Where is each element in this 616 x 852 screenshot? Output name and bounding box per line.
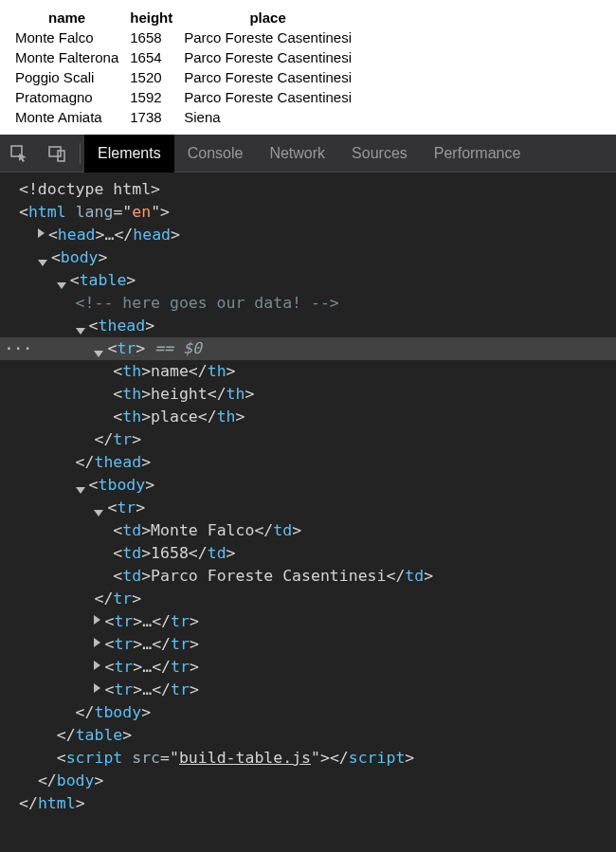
- table-cell: 1738: [124, 107, 178, 127]
- tab-console[interactable]: Console: [174, 135, 257, 172]
- table-row: Pratomagno1592Parco Foreste Casentinesi: [9, 87, 357, 107]
- src-tr-collapsed[interactable]: <tr>…</tr>: [0, 656, 616, 679]
- table-cell: Poggio Scali: [9, 67, 124, 87]
- table-cell: Pratomagno: [9, 87, 124, 107]
- src-tbody-close[interactable]: </tbody>: [0, 701, 616, 724]
- table-cell: Monte Falco: [9, 27, 124, 47]
- expand-arrow-icon[interactable]: [94, 683, 100, 693]
- src-script[interactable]: <script src="build-table.js"></script>: [0, 747, 616, 770]
- table-row: Poggio Scali1520Parco Foreste Casentines…: [9, 67, 357, 87]
- src-html-open[interactable]: <html lang="en">: [0, 201, 616, 224]
- table-cell: Parco Foreste Casentinesi: [178, 87, 357, 107]
- src-tr-collapsed[interactable]: <tr>…</tr>: [0, 633, 616, 656]
- src-thead-close[interactable]: </thead>: [0, 451, 616, 474]
- src-html-close[interactable]: </html>: [0, 792, 616, 815]
- table-cell: Parco Foreste Casentinesi: [178, 27, 357, 47]
- src-head[interactable]: <head>…</head>: [0, 224, 616, 246]
- tab-network[interactable]: Network: [256, 135, 338, 172]
- src-th-place[interactable]: <th>place</th>: [0, 406, 616, 428]
- th-height: height: [124, 8, 178, 27]
- table-row: Monte Amiata1738Siena: [9, 107, 357, 127]
- src-td-3[interactable]: <td>Parco Foreste Casentinesi</td>: [0, 565, 616, 588]
- src-td-2[interactable]: <td>1658</td>: [0, 542, 616, 565]
- src-th-height[interactable]: <th>height</th>: [0, 383, 616, 406]
- collapse-arrow-icon[interactable]: [57, 282, 66, 289]
- src-tr-close[interactable]: </tr>: [0, 428, 616, 451]
- expand-arrow-icon[interactable]: [94, 615, 100, 625]
- page-content: name height place Monte Falco1658Parco F…: [0, 0, 616, 135]
- table-cell: Parco Foreste Casentinesi: [178, 67, 357, 87]
- src-comment[interactable]: <!-- here goes our data! -->: [0, 292, 616, 315]
- table-cell: Parco Foreste Casentinesi: [178, 47, 357, 67]
- tab-sources[interactable]: Sources: [338, 135, 421, 172]
- src-tr-collapsed[interactable]: <tr>…</tr>: [0, 679, 616, 701]
- src-tr-selected[interactable]: ··· <tr> == $0: [0, 337, 616, 360]
- collapse-arrow-icon[interactable]: [76, 487, 85, 494]
- table-cell: 1658: [124, 27, 178, 47]
- table-cell: 1592: [124, 87, 178, 107]
- src-tr-collapsed[interactable]: <tr>…</tr>: [0, 610, 616, 633]
- tabbar-separator: [80, 143, 81, 164]
- expand-arrow-icon[interactable]: [94, 661, 100, 670]
- src-tbody-open[interactable]: <tbody>: [0, 474, 616, 497]
- gutter-dots-icon[interactable]: ···: [4, 337, 32, 360]
- mountains-table: name height place Monte Falco1658Parco F…: [9, 8, 357, 127]
- expand-arrow-icon[interactable]: [94, 638, 100, 647]
- inspect-icon[interactable]: [0, 135, 38, 172]
- src-table-open[interactable]: <table>: [0, 269, 616, 292]
- src-tr-open-2[interactable]: <tr>: [0, 497, 616, 519]
- collapse-arrow-icon[interactable]: [38, 260, 47, 266]
- table-cell: Siena: [178, 107, 357, 127]
- src-doctype[interactable]: <!doctype html>: [0, 178, 616, 201]
- collapse-arrow-icon[interactable]: [94, 510, 103, 517]
- th-name: name: [9, 8, 124, 27]
- table-cell: Monte Amiata: [9, 107, 124, 127]
- device-toggle-icon[interactable]: [38, 135, 76, 172]
- devtools-panel: ElementsConsoleNetworkSourcesPerformance…: [0, 135, 616, 852]
- table-cell: Monte Falterona: [9, 47, 124, 67]
- src-td-1[interactable]: <td>Monte Falco</td>: [0, 519, 616, 542]
- elements-source-panel[interactable]: <!doctype html> <html lang="en"> <head>……: [0, 172, 616, 852]
- src-body-open[interactable]: <body>: [0, 246, 616, 269]
- src-tr-close-2[interactable]: </tr>: [0, 588, 616, 610]
- src-body-close[interactable]: </body>: [0, 770, 616, 792]
- svg-rect-1: [49, 147, 61, 156]
- src-table-close[interactable]: </table>: [0, 724, 616, 747]
- table-header-row: name height place: [9, 8, 357, 27]
- table-cell: 1520: [124, 67, 178, 87]
- tab-performance[interactable]: Performance: [421, 135, 534, 172]
- collapse-arrow-icon[interactable]: [76, 328, 85, 335]
- th-place: place: [178, 8, 357, 27]
- collapse-arrow-icon[interactable]: [94, 351, 103, 357]
- expand-arrow-icon[interactable]: [38, 228, 45, 238]
- src-th-name[interactable]: <th>name</th>: [0, 360, 616, 383]
- src-thead-open[interactable]: <thead>: [0, 315, 616, 337]
- table-cell: 1654: [124, 47, 178, 67]
- devtools-tabbar: ElementsConsoleNetworkSourcesPerformance: [0, 135, 616, 172]
- tab-elements[interactable]: Elements: [84, 135, 174, 172]
- table-row: Monte Falterona1654Parco Foreste Casenti…: [9, 47, 357, 67]
- table-row: Monte Falco1658Parco Foreste Casentinesi: [9, 27, 357, 47]
